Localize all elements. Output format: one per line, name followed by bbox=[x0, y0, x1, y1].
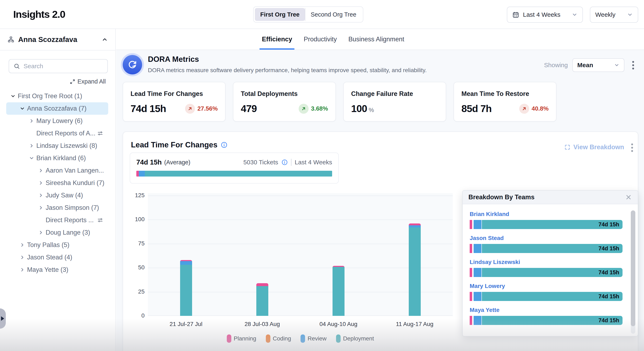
bar-segment-review bbox=[180, 261, 192, 265]
tree-item-label: Judy Saw (4) bbox=[46, 192, 83, 199]
metric-delta: 27.56% bbox=[198, 105, 218, 112]
breakdown-row: Mary Lowery74d 15h bbox=[470, 283, 638, 301]
expand-icon bbox=[70, 79, 76, 85]
date-range-select[interactable]: Last 4 Weeks bbox=[507, 7, 583, 23]
first-org-tree-toggle[interactable]: First Org Tree bbox=[255, 8, 305, 21]
team-name-link[interactable]: Jason Stead bbox=[470, 235, 504, 241]
dora-metrics-header: DORA Metrics DORA metrics measure softwa… bbox=[123, 54, 427, 74]
chevron-right-icon bbox=[20, 267, 25, 272]
chevron-up-icon[interactable] bbox=[102, 36, 108, 43]
scrollbar-track[interactable] bbox=[631, 210, 635, 334]
team-bar-segment-planning bbox=[470, 268, 472, 277]
team-bar-segment-review bbox=[474, 268, 482, 277]
team-name-link[interactable]: Mary Lowery bbox=[470, 283, 505, 289]
team-bar-segment-deployment: 74d 15h bbox=[482, 220, 622, 229]
filter-icon[interactable] bbox=[97, 130, 103, 136]
breakdown-panel-title: Breakdown By Teams bbox=[468, 193, 625, 201]
filter-icon[interactable] bbox=[97, 217, 103, 223]
search-input[interactable] bbox=[24, 63, 103, 70]
metric-title: Change Failure Rate bbox=[351, 90, 438, 98]
date-range-value: Last 4 Weeks bbox=[523, 11, 560, 18]
sidebar-owner-row[interactable]: Anna Scozzafava bbox=[0, 29, 115, 51]
chevron-down-icon bbox=[627, 12, 633, 18]
sidebar-tree-item[interactable]: Mary Lowery (6) bbox=[6, 115, 108, 127]
sidebar-search bbox=[9, 59, 108, 73]
sidebar-tree-item[interactable]: Direct Reports ... bbox=[6, 214, 108, 226]
sidebar-tree-item[interactable]: Doug Lange (3) bbox=[6, 226, 108, 239]
avg-bar-segment-review bbox=[139, 171, 144, 177]
tree-item-label: Doug Lange (3) bbox=[46, 229, 90, 236]
sidebar-tree-item[interactable]: Sireesha Kunduri (7) bbox=[6, 177, 108, 189]
sidebar-tree-item[interactable]: Anna Scozzafava (7) bbox=[6, 102, 108, 115]
tabs-bar: Efficiency Productivity Business Alignme… bbox=[116, 29, 644, 50]
tab-efficiency[interactable]: Efficiency bbox=[262, 29, 292, 50]
team-bar-segment-deployment: 74d 15h bbox=[482, 316, 622, 325]
metric-unit: % bbox=[369, 107, 374, 114]
sidebar-tree-item[interactable]: Brian Kirkland (6) bbox=[6, 152, 108, 164]
info-icon[interactable] bbox=[282, 159, 288, 165]
info-icon[interactable] bbox=[221, 142, 228, 148]
sidebar-tree-item[interactable]: Tony Pallas (5) bbox=[6, 239, 108, 251]
search-icon bbox=[14, 63, 20, 69]
team-name-link[interactable]: Brian Kirkland bbox=[470, 211, 509, 217]
sidebar-tree-item[interactable]: Jason Stead (4) bbox=[6, 251, 108, 263]
expand-all-button[interactable]: Expand All bbox=[0, 78, 106, 85]
sidebar-tree-item[interactable]: Aaron Van Langen... bbox=[6, 164, 108, 177]
sidebar-owner-name: Anna Scozzafava bbox=[18, 35, 98, 44]
org-tree-toggle: First Org Tree Second Org Tree bbox=[253, 7, 363, 23]
granularity-select[interactable]: Weekly bbox=[590, 7, 638, 23]
bar-segment-deployment bbox=[409, 227, 421, 316]
close-icon[interactable] bbox=[625, 194, 632, 201]
chevron-right-icon bbox=[20, 255, 25, 260]
gridline bbox=[148, 292, 453, 292]
tree-item-label: Tony Pallas (5) bbox=[27, 241, 70, 249]
y-axis-label: 50 bbox=[125, 264, 144, 271]
metric-card-lead-time: Lead Time For Changes 74d 15h 27.56% bbox=[123, 82, 226, 122]
bar-column[interactable] bbox=[180, 260, 192, 316]
view-breakdown-button[interactable]: View Breakdown bbox=[564, 143, 624, 151]
sidebar-tree-item[interactable]: Maya Yette (3) bbox=[6, 263, 108, 276]
breakdown-panel-header: Breakdown By Teams bbox=[463, 191, 638, 204]
sidebar-tree-item[interactable]: First Org Tree Root (1) bbox=[6, 90, 108, 102]
breakdown-rows: Brian Kirkland74d 15hJason Stead74d 15hL… bbox=[463, 204, 638, 336]
chevron-down-icon bbox=[572, 12, 578, 18]
bar-chart-plot-area bbox=[148, 193, 453, 316]
bar-column[interactable] bbox=[256, 283, 268, 316]
x-axis-label: 21 Jul-27 Jul bbox=[161, 321, 211, 327]
metric-title: Lead Time For Changes bbox=[130, 90, 218, 98]
dora-cycle-icon bbox=[123, 55, 142, 74]
tab-business-alignment[interactable]: Business Alignment bbox=[348, 29, 404, 50]
bar-column[interactable] bbox=[332, 266, 344, 316]
tickets-count: 5030 Tickets bbox=[243, 159, 278, 166]
tree-item-label: Jason Simpson (7) bbox=[46, 204, 99, 211]
sidebar-tree-item[interactable]: Lindsay Liszewski (8) bbox=[6, 140, 108, 152]
metric-card-mean-time-to-restore: Mean Time To Restore 85d 7h 40.8% bbox=[454, 82, 556, 122]
tree-item-label: Direct Reports of A... bbox=[36, 130, 96, 137]
breakdown-row: Brian Kirkland74d 15h bbox=[470, 211, 638, 229]
average-range: Last 4 Weeks bbox=[295, 159, 332, 166]
team-stacked-bar: 74d 15h bbox=[470, 244, 622, 253]
second-org-tree-toggle[interactable]: Second Org Tree bbox=[305, 8, 362, 21]
bar-column[interactable] bbox=[409, 223, 421, 316]
tabs: Efficiency Productivity Business Alignme… bbox=[262, 29, 404, 50]
sidebar-collapse-handle[interactable] bbox=[0, 308, 6, 329]
more-options-icon[interactable] bbox=[630, 59, 636, 71]
y-axis-label: 0 bbox=[125, 312, 144, 319]
showing-label: Showing bbox=[544, 62, 568, 69]
team-name-link[interactable]: Lindsay Liszewski bbox=[470, 259, 520, 265]
metric-title: Mean Time To Restore bbox=[462, 90, 548, 98]
metric-card-change-failure-rate: Change Failure Rate 100 % bbox=[343, 82, 446, 122]
tree-item-label: Direct Reports ... bbox=[46, 216, 94, 224]
sidebar-tree-item[interactable]: Judy Saw (4) bbox=[6, 189, 108, 202]
tree-item-label: Anna Scozzafava (7) bbox=[27, 105, 86, 112]
scrollbar-thumb[interactable] bbox=[631, 210, 635, 326]
team-bar-segment-review bbox=[474, 316, 482, 325]
team-name-link[interactable]: Maya Yette bbox=[470, 307, 500, 313]
chart-more-options-icon[interactable] bbox=[630, 142, 635, 154]
sidebar-tree-item[interactable]: Jason Simpson (7) bbox=[6, 202, 108, 214]
tab-productivity[interactable]: Productivity bbox=[304, 29, 337, 50]
aggregation-select[interactable]: Mean bbox=[572, 58, 624, 72]
sidebar-tree-item[interactable]: Direct Reports of A... bbox=[6, 127, 108, 140]
tree-item-label: First Org Tree Root (1) bbox=[18, 92, 82, 100]
trend-up-icon bbox=[519, 104, 529, 114]
